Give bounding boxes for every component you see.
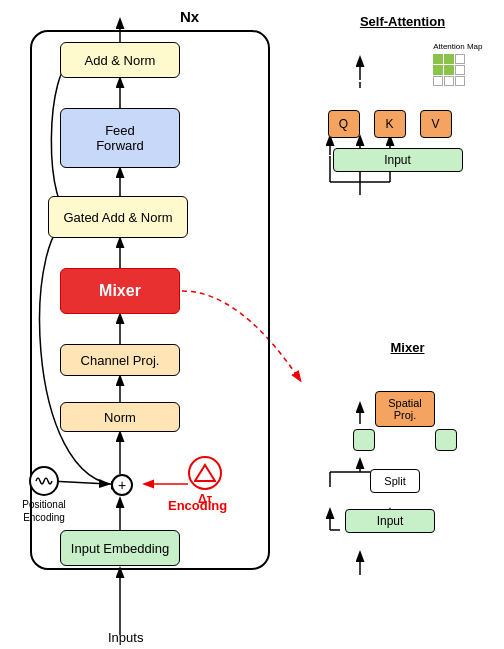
q-box: Q [328, 110, 360, 138]
mixer-diagram: Mixer Spatial Proj. Split Input [325, 340, 490, 581]
nx-label: Nx [180, 8, 199, 25]
qkv-row: Q K V [328, 110, 452, 138]
k-box: K [374, 110, 406, 138]
split-box: Split [370, 469, 420, 493]
mixer-input-box: Input [345, 509, 435, 533]
attention-map: Attention Map [433, 43, 482, 86]
input-embedding-box: Input Embedding [60, 530, 180, 566]
small-box-left [353, 429, 375, 451]
sum-node: + [111, 474, 133, 496]
encoding-label: Encoding [168, 498, 227, 513]
small-box-right [435, 429, 457, 451]
gated-add-norm-box: Gated Add & Norm [48, 196, 188, 238]
mixer-box: Mixer [60, 268, 180, 314]
sa-input-box: Input [333, 148, 463, 172]
positional-encoding: Positional Encoding [14, 466, 74, 524]
add-norm-box: Add & Norm [60, 42, 180, 78]
feed-forward-box: Feed Forward [60, 108, 180, 168]
v-box: V [420, 110, 452, 138]
wave-circle [29, 466, 59, 496]
self-attention-diagram: Self-Attention Attention Map Q K V [315, 14, 490, 180]
mixer-diagram-title: Mixer [325, 340, 490, 355]
inputs-label: Inputs [108, 630, 143, 645]
norm-box: Norm [60, 402, 180, 432]
spatial-proj-box: Spatial Proj. [375, 391, 435, 427]
self-attention-title: Self-Attention [315, 14, 490, 29]
delta-tau-circle [188, 456, 222, 490]
channel-proj-box: Channel Proj. [60, 344, 180, 376]
svg-marker-31 [195, 465, 215, 481]
